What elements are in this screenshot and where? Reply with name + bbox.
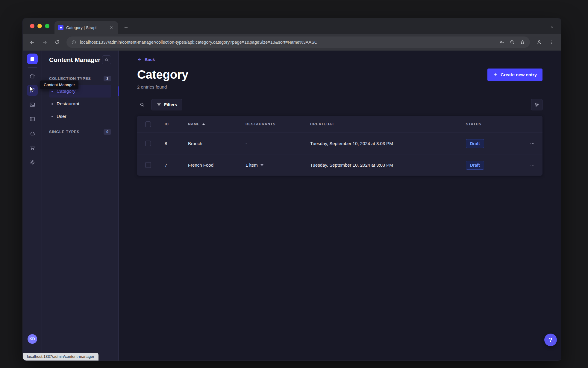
status-badge: Draft xyxy=(466,139,484,148)
row-actions-menu-button[interactable] xyxy=(527,139,537,149)
sidebar-item-user[interactable]: User xyxy=(49,110,111,123)
column-header-status: STATUS xyxy=(460,122,522,126)
zoom-icon[interactable] xyxy=(510,39,515,45)
view-settings-button[interactable] xyxy=(531,99,542,110)
nav-tooltip: Content Manager xyxy=(40,80,78,89)
sort-ascending-icon xyxy=(202,123,205,125)
bookmark-star-icon[interactable] xyxy=(520,39,525,45)
url-bar[interactable]: localhost:1337/admin/content-manager/col… xyxy=(66,37,530,48)
strapi-admin-app: KD Content Manager COLLECTION TYPES 3 Ca… xyxy=(23,51,561,361)
forward-button[interactable] xyxy=(39,37,50,48)
bullet-icon xyxy=(51,91,53,92)
tab-search-button[interactable] xyxy=(548,23,556,31)
sidebar-item-label: Category xyxy=(57,89,75,94)
list-toolbar: Filters xyxy=(137,99,542,110)
nav-home-icon[interactable] xyxy=(27,71,38,81)
user-avatar[interactable]: KD xyxy=(28,334,37,344)
reload-button[interactable] xyxy=(51,37,63,48)
nav-deploy-cloud-icon[interactable] xyxy=(27,128,38,139)
arrow-left-icon xyxy=(137,57,142,62)
nav-settings-icon[interactable] xyxy=(27,157,38,168)
column-header-restaurants: RESTAURANTS xyxy=(240,122,304,126)
browser-tab[interactable]: Category | Strapi xyxy=(54,21,118,34)
tab-title: Category | Strapi xyxy=(66,25,106,30)
cell-id: 7 xyxy=(159,162,182,168)
sidebar-item-label: Restaurant xyxy=(57,101,79,107)
row-actions-menu-button[interactable] xyxy=(527,160,537,170)
primary-nav-rail: KD xyxy=(23,51,42,361)
status-badge: Draft xyxy=(466,161,484,170)
new-tab-button[interactable] xyxy=(122,23,131,32)
page-title: Category xyxy=(137,68,188,81)
window-controls xyxy=(30,24,49,28)
sidebar-divider xyxy=(49,70,56,70)
select-all-checkbox[interactable] xyxy=(145,121,151,127)
table-header-row: ID NAME RESTAURANTS CREATEDAT STATUS xyxy=(137,116,542,133)
list-view: Back Category Create new entry 2 entries… xyxy=(119,51,561,361)
browser-window: Category | Strapi localhost:1337/admin/c… xyxy=(22,18,561,361)
page-info-icon[interactable] xyxy=(71,40,76,45)
row-checkbox[interactable] xyxy=(145,162,151,168)
single-types-count-badge: 0 xyxy=(104,129,111,135)
filters-button[interactable]: Filters xyxy=(151,99,182,110)
collection-types-count-badge: 3 xyxy=(104,76,111,81)
cell-name: French Food xyxy=(182,162,240,168)
tab-close-icon[interactable] xyxy=(108,25,114,31)
sidebar-search-button[interactable] xyxy=(102,55,111,64)
nav-marketplace-icon[interactable] xyxy=(27,142,38,153)
table-row[interactable]: 8 Brunch - Tuesday, September 10, 2024 a… xyxy=(137,133,542,154)
row-checkbox[interactable] xyxy=(145,141,151,146)
bullet-icon xyxy=(51,103,53,105)
omnibox-actions xyxy=(499,39,525,45)
column-header-createdat: CREATEDAT xyxy=(304,122,460,126)
create-new-entry-button[interactable]: Create new entry xyxy=(487,69,542,81)
bullet-icon xyxy=(51,116,53,117)
table-row[interactable]: 7 French Food 1 item Tuesday, September … xyxy=(137,154,542,176)
entries-table: ID NAME RESTAURANTS CREATEDAT STATUS 8 B… xyxy=(137,116,542,176)
strapi-logo[interactable] xyxy=(27,54,38,64)
ellipsis-icon xyxy=(530,162,535,168)
entries-count: 2 entries found xyxy=(137,84,542,89)
nav-media-library-icon[interactable] xyxy=(27,99,38,110)
chevron-down-icon xyxy=(260,164,263,166)
cell-name: Brunch xyxy=(182,141,240,146)
url-text: localhost:1337/admin/content-manager/col… xyxy=(80,40,496,45)
sidebar-title: Content Manager xyxy=(49,56,101,63)
collection-types-list: Category Restaurant User xyxy=(49,85,111,123)
help-button[interactable]: ? xyxy=(544,334,557,346)
cell-createdat: Tuesday, September 10, 2024 at 3:03 PM xyxy=(304,162,460,168)
active-indicator xyxy=(118,86,119,96)
link-status-bubble: localhost:1337/admin/content-manager xyxy=(23,353,98,361)
strapi-favicon-icon xyxy=(58,25,63,30)
content-manager-sidebar: Content Manager COLLECTION TYPES 3 Categ… xyxy=(42,51,119,361)
search-button[interactable] xyxy=(137,100,147,110)
nav-content-type-builder-icon[interactable] xyxy=(27,114,38,124)
rail-divider xyxy=(28,67,37,68)
sidebar-item-label: User xyxy=(57,114,66,119)
ellipsis-icon xyxy=(530,141,535,146)
password-key-icon[interactable] xyxy=(499,39,505,45)
column-header-id[interactable]: ID xyxy=(159,122,182,126)
close-window-button[interactable] xyxy=(30,24,34,28)
cell-restaurants: - xyxy=(240,141,304,146)
single-types-section: SINGLE TYPES 0 xyxy=(49,129,111,135)
browser-menu-button[interactable] xyxy=(546,37,557,48)
plus-icon xyxy=(493,72,498,77)
tab-strip: Category | Strapi xyxy=(23,18,561,34)
profile-button[interactable] xyxy=(534,37,545,48)
gear-icon xyxy=(534,102,539,107)
collection-types-label: COLLECTION TYPES xyxy=(49,77,91,81)
fullscreen-window-button[interactable] xyxy=(45,24,49,28)
column-header-name[interactable]: NAME xyxy=(182,122,240,126)
minimize-window-button[interactable] xyxy=(37,24,42,28)
single-types-label: SINGLE TYPES xyxy=(49,130,80,134)
cell-id: 8 xyxy=(159,141,182,146)
mouse-cursor xyxy=(28,85,35,92)
sidebar-item-restaurant[interactable]: Restaurant xyxy=(49,98,111,110)
back-button[interactable] xyxy=(26,37,38,48)
cell-createdat: Tuesday, September 10, 2024 at 3:03 PM xyxy=(304,141,460,146)
back-link[interactable]: Back xyxy=(137,57,155,62)
filter-icon xyxy=(157,102,161,107)
relation-expand-button[interactable]: 1 item xyxy=(245,162,263,168)
browser-toolbar: localhost:1337/admin/content-manager/col… xyxy=(23,34,561,51)
